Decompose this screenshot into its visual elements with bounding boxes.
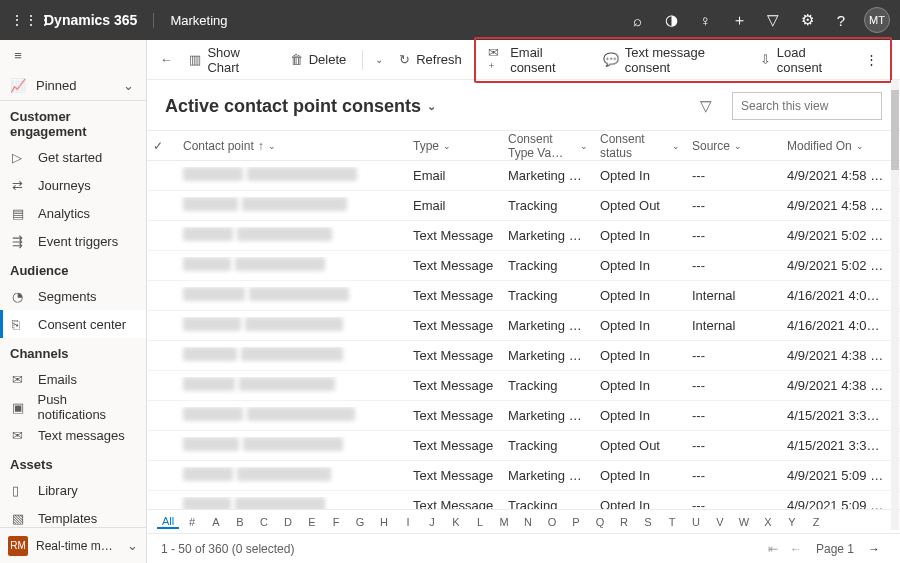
sidebar-item[interactable]: ✉Text messages — [0, 421, 146, 449]
email-consent-button[interactable]: ✉⁺Email consent — [480, 41, 593, 79]
col-source[interactable]: Source⌄ — [686, 139, 781, 153]
alpha-filter[interactable]: All — [157, 515, 179, 529]
sidebar-item[interactable]: ◔Segments — [0, 282, 146, 310]
hamburger-button[interactable]: ≡ — [0, 40, 146, 70]
sidebar-item[interactable]: ⇄Journeys — [0, 171, 146, 199]
alpha-filter[interactable]: R — [613, 516, 635, 528]
alpha-filter[interactable]: # — [181, 516, 203, 528]
alpha-filter[interactable]: G — [349, 516, 371, 528]
alpha-filter[interactable]: F — [325, 516, 347, 528]
assistant-icon[interactable]: ◑ — [654, 11, 688, 29]
sidebar-item[interactable]: ▷Get started — [0, 143, 146, 171]
alpha-filter[interactable]: B — [229, 516, 251, 528]
cell-status: Opted In — [594, 378, 686, 393]
delete-button[interactable]: 🗑Delete — [282, 48, 355, 71]
sidebar-item[interactable]: ▯Library — [0, 476, 146, 504]
alpha-filter[interactable]: I — [397, 516, 419, 528]
col-contact-point[interactable]: Contact point ↑ ⌄ — [177, 139, 407, 153]
table-row[interactable]: Text MessageTrackingOpted In---4/9/2021 … — [147, 491, 900, 509]
alpha-filter[interactable]: S — [637, 516, 659, 528]
alpha-filter[interactable]: D — [277, 516, 299, 528]
col-consent-status[interactable]: Consent status⌄ — [594, 132, 686, 160]
alpha-filter[interactable]: Q — [589, 516, 611, 528]
pinned-label: Pinned — [36, 78, 76, 93]
sidebar-item-label: Get started — [38, 150, 102, 165]
cell-source: --- — [686, 228, 781, 243]
refresh-button[interactable]: ↻Refresh — [391, 48, 470, 71]
cell-status: Opted In — [594, 408, 686, 423]
alpha-filter[interactable]: Z — [805, 516, 827, 528]
help-icon[interactable]: ? — [824, 12, 858, 29]
table-row[interactable]: Text MessageMarketing Co…Opted In---4/9/… — [147, 461, 900, 491]
alpha-filter[interactable]: J — [421, 516, 443, 528]
vertical-scrollbar[interactable] — [891, 80, 899, 530]
alpha-filter[interactable]: U — [685, 516, 707, 528]
filter-icon[interactable]: ▽ — [756, 11, 790, 29]
table-row[interactable]: Text MessageTrackingOpted In---4/9/2021 … — [147, 251, 900, 281]
record-count: 1 - 50 of 360 (0 selected) — [161, 542, 294, 556]
table-row[interactable]: Text MessageMarketing Co…Opted InInterna… — [147, 311, 900, 341]
sidebar-item-label: Event triggers — [38, 234, 118, 249]
alpha-filter[interactable]: V — [709, 516, 731, 528]
sidebar-item[interactable]: ✉Emails — [0, 365, 146, 393]
sidebar-item[interactable]: ▣Push notifications — [0, 393, 146, 421]
area-switcher[interactable]: RM Real-time marketi… ⌄ — [0, 527, 146, 563]
table-row[interactable]: EmailTrackingOpted Out---4/9/2021 4:58 … — [147, 191, 900, 221]
back-button[interactable]: ← — [155, 52, 177, 67]
sidebar-item[interactable]: ▧Templates — [0, 504, 146, 527]
table-row[interactable]: Text MessageTrackingOpted InInternal4/16… — [147, 281, 900, 311]
col-type[interactable]: Type⌄ — [407, 139, 502, 153]
table-row[interactable]: Text MessageTrackingOpted Out---4/15/202… — [147, 431, 900, 461]
add-icon[interactable]: ＋ — [722, 11, 756, 30]
sidebar-item[interactable]: ⎘Consent center — [0, 310, 146, 338]
text-consent-button[interactable]: 💬Text message consent — [595, 41, 750, 79]
alpha-filter[interactable]: N — [517, 516, 539, 528]
load-consent-button[interactable]: ⇩Load consent — [752, 41, 855, 79]
sidebar-item[interactable]: ▤Analytics — [0, 199, 146, 227]
alpha-filter[interactable]: A — [205, 516, 227, 528]
alpha-filter[interactable]: Y — [781, 516, 803, 528]
table-row[interactable]: Text MessageMarketing Co…Opted In---4/9/… — [147, 341, 900, 371]
alpha-filter[interactable]: W — [733, 516, 755, 528]
page-label: Page 1 — [808, 542, 862, 556]
delete-dropdown[interactable]: ⌄ — [371, 54, 387, 65]
search-box[interactable]: ⌕ — [732, 92, 882, 120]
show-chart-button[interactable]: ▥Show Chart — [181, 41, 277, 79]
table-row[interactable]: Text MessageMarketing Co…Opted In---4/15… — [147, 401, 900, 431]
table-row[interactable]: Text MessageMarketing Co…Opted In---4/9/… — [147, 221, 900, 251]
alpha-filter[interactable]: E — [301, 516, 323, 528]
app-launcher-icon[interactable]: ⋮⋮⋮ — [10, 12, 40, 28]
pinned-section[interactable]: 📈Pinned ⌄ — [0, 70, 146, 100]
col-consent-type-value[interactable]: Consent Type Va…⌄ — [502, 132, 594, 160]
alpha-filter[interactable]: P — [565, 516, 587, 528]
alpha-filter[interactable]: C — [253, 516, 275, 528]
table-row[interactable]: EmailMarketing Co…Opted In---4/9/2021 4:… — [147, 161, 900, 191]
sidebar-group-title: Audience — [0, 255, 146, 282]
alpha-filter[interactable]: M — [493, 516, 515, 528]
prev-page-button[interactable]: ← — [784, 542, 808, 556]
more-commands-button[interactable]: ⋮ — [857, 52, 886, 67]
alpha-filter[interactable]: O — [541, 516, 563, 528]
lightbulb-icon[interactable]: ♀ — [688, 12, 722, 29]
refresh-label: Refresh — [416, 52, 462, 67]
filter-button[interactable]: ▽ — [692, 97, 720, 115]
settings-icon[interactable]: ⚙ — [790, 11, 824, 29]
select-all-checkbox[interactable]: ✓ — [147, 139, 177, 153]
first-page-button[interactable]: ⇤ — [762, 542, 784, 556]
cell-source: --- — [686, 438, 781, 453]
next-page-button[interactable]: → — [862, 542, 886, 556]
search-input[interactable] — [741, 99, 891, 113]
table-row[interactable]: Text MessageTrackingOpted In---4/9/2021 … — [147, 371, 900, 401]
alpha-filter[interactable]: X — [757, 516, 779, 528]
alpha-filter[interactable]: H — [373, 516, 395, 528]
text-consent-label: Text message consent — [625, 45, 742, 75]
view-selector[interactable]: Active contact point consents ⌄ — [165, 96, 436, 117]
alpha-filter[interactable]: T — [661, 516, 683, 528]
alpha-filter[interactable]: K — [445, 516, 467, 528]
alpha-filter[interactable]: L — [469, 516, 491, 528]
avatar[interactable]: MT — [864, 7, 890, 33]
search-icon[interactable]: ⌕ — [620, 12, 654, 29]
cell-modified: 4/9/2021 5:09 … — [781, 498, 900, 509]
col-modified-on[interactable]: Modified On⌄ — [781, 139, 900, 153]
sidebar-item[interactable]: ⇶Event triggers — [0, 227, 146, 255]
